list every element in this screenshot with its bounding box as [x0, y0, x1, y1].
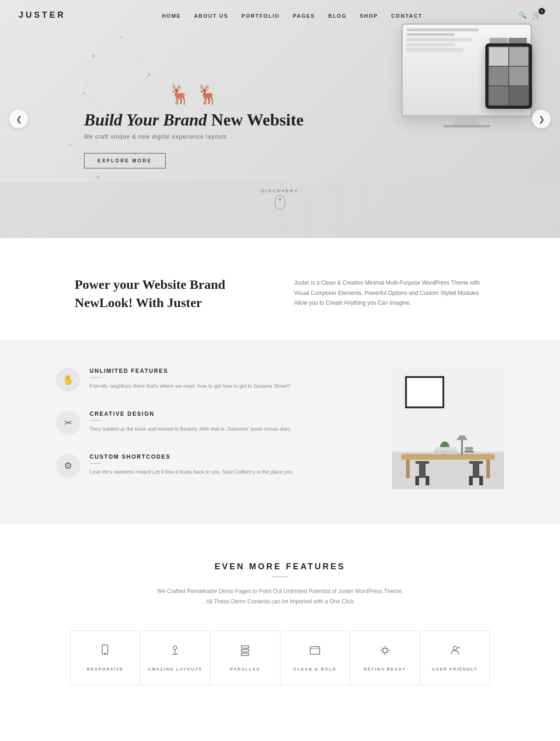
- more-features-subtitle: We Crafted Remarkable Demo Pages to Poin…: [154, 587, 406, 607]
- feature-unlimited-icon: ✋: [56, 368, 80, 392]
- parallax-icon: [218, 644, 273, 660]
- hero-title-italic: Build Your Brand: [84, 111, 207, 129]
- brand-logo[interactable]: JUSTER: [19, 10, 66, 20]
- feature-card-responsive: RESPONSIVE: [70, 630, 140, 685]
- feature-shortcodes-icon: ⚙: [56, 454, 80, 478]
- svg-line-56: [382, 648, 384, 649]
- about-title-block: Power your Website Brand NewLook! With J…: [75, 275, 266, 312]
- hero-next-button[interactable]: ❯: [532, 110, 551, 128]
- feature-creative-icon: ✂: [56, 411, 80, 435]
- feature-creative: ✂ CREATIVE DESIGN They loaded up the tru…: [56, 411, 364, 435]
- svg-rect-48: [241, 653, 249, 656]
- feature-card-responsive-label: RESPONSIVE: [78, 667, 133, 671]
- nav-actions: 🔍 🛒 0: [518, 11, 541, 20]
- svg-rect-39: [465, 449, 473, 451]
- svg-rect-38: [464, 451, 474, 453]
- svg-point-1: [120, 36, 122, 38]
- nav-portfolio[interactable]: PORTFOLIO: [241, 13, 280, 19]
- svg-rect-24: [415, 461, 429, 464]
- monitor-base: [443, 125, 490, 127]
- user-friendly-icon: [427, 644, 482, 660]
- monitor-stand: [453, 117, 481, 125]
- office-svg: [392, 368, 504, 489]
- svg-line-59: [386, 652, 388, 653]
- section-divider: [272, 576, 288, 577]
- brand-name-highlight: Juster: [167, 295, 202, 310]
- svg-line-57: [386, 648, 388, 649]
- svg-rect-22: [406, 460, 410, 478]
- svg-rect-23: [486, 460, 490, 478]
- office-photo: [392, 368, 504, 489]
- feature-card-layouts: AMAZING LAYOUTS: [140, 630, 210, 685]
- hero-title-bold: New Website: [211, 111, 303, 129]
- cart-count: 0: [539, 8, 545, 14]
- feature-shortcodes-title: CUSTOM SHORTCODES: [90, 454, 294, 460]
- nav-blog[interactable]: BLOG: [328, 13, 347, 19]
- nav-contact[interactable]: CONTACT: [391, 13, 422, 19]
- nav-home[interactable]: HOME: [162, 13, 181, 19]
- feature-card-friendly-label: USER FRIENDLY: [427, 667, 482, 671]
- svg-rect-37: [435, 447, 456, 451]
- feature-card-friendly: USER FRIENDLY: [420, 630, 490, 685]
- layouts-icon: [148, 644, 203, 660]
- feature-creative-desc: They loaded up the truck and moved to Be…: [90, 425, 292, 433]
- svg-rect-47: [241, 650, 249, 652]
- hero-subtitle: We craft unique & new digital experience…: [84, 133, 304, 140]
- svg-rect-20: [406, 377, 443, 407]
- svg-point-7: [97, 176, 99, 179]
- hero-devices: [401, 23, 532, 127]
- chevron-right-icon: ❯: [539, 115, 545, 124]
- discovery-label: DISCOVERY: [261, 189, 299, 193]
- svg-rect-42: [104, 653, 106, 654]
- nav-shop[interactable]: SHOP: [360, 13, 378, 19]
- office-image-block: [392, 368, 504, 489]
- explore-more-button[interactable]: EXPLORE MORE: [84, 153, 166, 168]
- nav-about[interactable]: ABOUT US: [194, 13, 228, 19]
- feature-shortcodes-desc: Love life's sweetest reward Let it flow …: [90, 468, 294, 476]
- svg-rect-29: [473, 464, 479, 478]
- svg-rect-26: [415, 476, 419, 485]
- svg-rect-21: [401, 454, 495, 460]
- responsive-icon: [78, 644, 133, 660]
- feature-shortcodes: ⚙ CUSTOM SHORTCODES Love life's sweetest…: [56, 454, 364, 478]
- svg-rect-25: [419, 464, 426, 478]
- svg-point-43: [173, 646, 177, 650]
- svg-line-8: [93, 37, 121, 56]
- feature-unlimited-title: UNLIMITED FEATURES: [90, 368, 290, 374]
- hero-title: Build Your Brand New Website: [84, 110, 304, 130]
- search-icon[interactable]: 🔍: [518, 11, 526, 19]
- feature-unlimited-desc: Friendly neighbors there that's where we…: [90, 382, 290, 391]
- tablet-illustration: [485, 43, 532, 109]
- feature-card-parallax-label: PARALLAX: [218, 667, 273, 671]
- svg-rect-49: [310, 647, 320, 654]
- feature-card-clean: CLEAN & BOLD: [280, 630, 350, 685]
- svg-rect-28: [469, 461, 483, 464]
- svg-point-60: [453, 646, 457, 650]
- scroll-indicator: [275, 195, 285, 210]
- svg-rect-27: [426, 476, 429, 485]
- cart-button[interactable]: 🛒 0: [532, 11, 541, 20]
- hero-prev-button[interactable]: ❮: [9, 110, 28, 128]
- svg-rect-46: [241, 646, 249, 648]
- svg-rect-40: [465, 447, 473, 449]
- about-description: Juster is a Clean & Creative Minimal Mul…: [294, 275, 485, 308]
- svg-line-58: [382, 652, 384, 653]
- svg-rect-32: [461, 440, 463, 455]
- feature-creative-title: CREATIVE DESIGN: [90, 411, 292, 417]
- feature-unlimited: ✋ UNLIMITED FEATURES Friendly neighbors …: [56, 368, 364, 392]
- nav-pages[interactable]: PAGES: [293, 13, 315, 19]
- feature-card-parallax: PARALLAX: [210, 630, 280, 685]
- feature-card-retina: RETINA READY: [350, 630, 420, 685]
- chevron-left-icon: ❮: [16, 115, 22, 124]
- features-list: ✋ UNLIMITED FEATURES Friendly neighbors …: [56, 368, 364, 496]
- svg-line-10: [121, 37, 149, 75]
- nav-links: HOME ABOUT US PORTFOLIO PAGES BLOG SHOP …: [162, 11, 422, 20]
- hero-content: 🦌 🦌 Build Your Brand New Website We craf…: [0, 70, 304, 168]
- feature-card-retina-label: RETINA READY: [357, 667, 412, 671]
- feature-card-clean-label: CLEAN & BOLD: [288, 667, 343, 671]
- navbar: JUSTER HOME ABOUT US PORTFOLIO PAGES BLO…: [0, 0, 560, 30]
- svg-rect-31: [479, 476, 483, 485]
- svg-rect-30: [469, 476, 473, 485]
- hero-section: ❮ 🦌 🦌 Build Your Brand New Website We cr…: [0, 0, 560, 238]
- feature-cards-grid: RESPONSIVE AMAZING LAYOUTS PARALLAX: [70, 630, 490, 685]
